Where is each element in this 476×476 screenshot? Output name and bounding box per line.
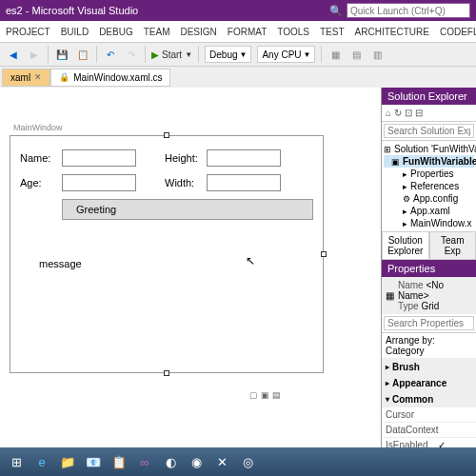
- save-all-icon[interactable]: 📋: [75, 47, 90, 62]
- resize-handle[interactable]: [321, 251, 327, 257]
- height-input[interactable]: [207, 149, 281, 167]
- prop-key: DataContext: [386, 425, 438, 435]
- csharp-icon: ▣: [391, 157, 400, 167]
- window-title: es2 - Microsoft Visual Studio: [6, 5, 329, 16]
- tool-icon[interactable]: ⊡: [405, 108, 412, 118]
- prop-cursor-value[interactable]: [438, 409, 472, 420]
- explorer-icon[interactable]: 📁: [55, 449, 80, 474]
- menu-team[interactable]: TEAM: [144, 27, 170, 37]
- vs-icon[interactable]: ∞: [132, 449, 157, 474]
- designer-surface[interactable]: MainWindow Name: Height: Age: [0, 88, 381, 449]
- properties-title: Properties: [382, 260, 476, 277]
- tree-solution[interactable]: ⊞Solution 'FunWithVariables': [384, 143, 474, 155]
- tab-solution-explorer[interactable]: Solution Explorer: [382, 231, 429, 260]
- quick-launch: 🔍: [329, 3, 470, 18]
- tab-mainwindow[interactable]: 🔒 MainWindow.xaml.cs: [50, 69, 170, 87]
- app-icon[interactable]: ✕: [209, 449, 234, 474]
- tree-label: MainWindow.x: [410, 218, 471, 228]
- nav-back-icon[interactable]: ◀: [6, 47, 21, 62]
- tool-icon[interactable]: ▥: [369, 47, 385, 62]
- resize-handle[interactable]: [164, 370, 169, 376]
- prop-datacontext-value[interactable]: [438, 425, 472, 435]
- solution-explorer-title: Solution Explorer: [382, 88, 476, 105]
- menu-codeflow[interactable]: CODEFLOW: [440, 27, 476, 37]
- app-icon[interactable]: 📋: [107, 449, 131, 474]
- arrange-by[interactable]: Arrange by: Category: [382, 333, 476, 359]
- tool-icon[interactable]: ▤: [348, 47, 364, 62]
- tree-item[interactable]: ▸App.xaml: [384, 205, 474, 217]
- toolbar: ◀ ▶ 💾 📋 ↶ ↷ ▶ Start ▼ Debug ▼ Any CPU ▼ …: [0, 42, 476, 67]
- tree-item[interactable]: ⚙App.config: [384, 192, 474, 205]
- prop-name-label: Name: [398, 280, 424, 290]
- arrange-label: Arrange by: Category: [386, 335, 472, 356]
- tree-label: References: [410, 181, 459, 191]
- tab-xaml[interactable]: xaml ✕: [2, 69, 50, 87]
- solution-search-input[interactable]: [384, 124, 474, 138]
- menu-format[interactable]: FORMAT: [228, 27, 267, 37]
- cat-label: Appearance: [392, 378, 446, 388]
- menu-architecture[interactable]: ARCHITECTURE: [355, 27, 429, 37]
- platform-label: Any CPU: [262, 50, 301, 60]
- xaml-icon: ▸: [403, 207, 407, 216]
- nav-fwd-icon[interactable]: ▶: [27, 47, 42, 62]
- menu-project[interactable]: PROJECT: [6, 27, 50, 37]
- menu-test[interactable]: TEST: [320, 27, 345, 37]
- quick-launch-input[interactable]: [347, 3, 470, 18]
- config-dropdown[interactable]: Debug ▼: [205, 46, 251, 63]
- search-icon: 🔍: [329, 5, 343, 17]
- tree-item[interactable]: ▸MainWindow.x: [384, 217, 474, 229]
- ie-icon[interactable]: e: [30, 449, 54, 474]
- properties-search-input[interactable]: [384, 316, 474, 330]
- platform-dropdown[interactable]: Any CPU ▼: [257, 46, 315, 63]
- menu-debug[interactable]: DEBUG: [99, 27, 133, 37]
- tab-team-explorer[interactable]: Team Exp: [429, 231, 477, 260]
- start-button[interactable]: ▶ Start ▼: [151, 50, 192, 60]
- app-icon[interactable]: ◉: [184, 449, 208, 474]
- xaml-icon: ▸: [403, 219, 407, 228]
- name-label: Name:: [20, 152, 56, 164]
- redo-icon[interactable]: ↷: [124, 47, 139, 62]
- name-input[interactable]: [62, 149, 136, 167]
- menubar: PROJECT BUILD DEBUG TEAM DESIGN FORMAT T…: [0, 21, 476, 42]
- cat-label: Common: [392, 394, 433, 405]
- chevron-down-icon: ▼: [240, 50, 248, 59]
- close-icon[interactable]: ✕: [34, 72, 42, 82]
- chevron-right-icon: ▸: [386, 379, 389, 387]
- prop-cat-appearance[interactable]: ▸Appearance: [382, 375, 476, 391]
- refresh-icon[interactable]: ↻: [394, 108, 402, 118]
- start-button[interactable]: ⊞: [4, 449, 29, 474]
- view-icon[interactable]: ▤: [272, 390, 281, 400]
- home-icon[interactable]: ⌂: [386, 108, 391, 118]
- chevron-down-icon: ▼: [185, 50, 192, 59]
- app-icon[interactable]: ◎: [235, 449, 260, 474]
- windows-taskbar: ⊞ e 📁 📧 📋 ∞ ◐ ◉ ✕ ◎: [0, 447, 476, 476]
- age-input[interactable]: [62, 174, 136, 191]
- undo-icon[interactable]: ↶: [103, 47, 118, 62]
- outlook-icon[interactable]: 📧: [81, 449, 106, 474]
- width-label: Width:: [165, 177, 201, 188]
- tab-label: xaml: [10, 72, 30, 83]
- resize-handle[interactable]: [164, 132, 169, 138]
- save-icon[interactable]: 💾: [54, 47, 69, 62]
- tree-project[interactable]: ▣FunWithVariables: [384, 155, 474, 168]
- greeting-button[interactable]: Greeting: [62, 199, 313, 220]
- tool-icon[interactable]: ⊟: [415, 108, 423, 118]
- prop-cat-brush[interactable]: ▸Brush: [382, 359, 476, 375]
- play-icon: ▶: [151, 50, 159, 60]
- menu-build[interactable]: BUILD: [61, 27, 89, 37]
- menu-design[interactable]: DESIGN: [180, 27, 216, 37]
- width-input[interactable]: [207, 174, 281, 191]
- tool-icon[interactable]: ▦: [327, 47, 343, 62]
- view-icon[interactable]: ▢: [249, 390, 258, 400]
- menu-tools[interactable]: TOOLS: [277, 27, 309, 37]
- view-controls: ▢ ▣ ▤: [249, 390, 281, 400]
- app-icon[interactable]: ◐: [158, 449, 183, 474]
- view-icon[interactable]: ▣: [261, 390, 269, 400]
- chevron-down-icon: ▼: [304, 50, 311, 59]
- prop-cat-common[interactable]: ▾Common: [382, 391, 476, 407]
- tree-item[interactable]: ▸References: [384, 180, 474, 192]
- design-canvas[interactable]: MainWindow Name: Height: Age: [10, 135, 324, 373]
- tree-item[interactable]: ▸Properties: [384, 168, 474, 180]
- document-tabs: xaml ✕ 🔒 MainWindow.xaml.cs: [0, 67, 476, 88]
- age-label: Age:: [20, 177, 56, 188]
